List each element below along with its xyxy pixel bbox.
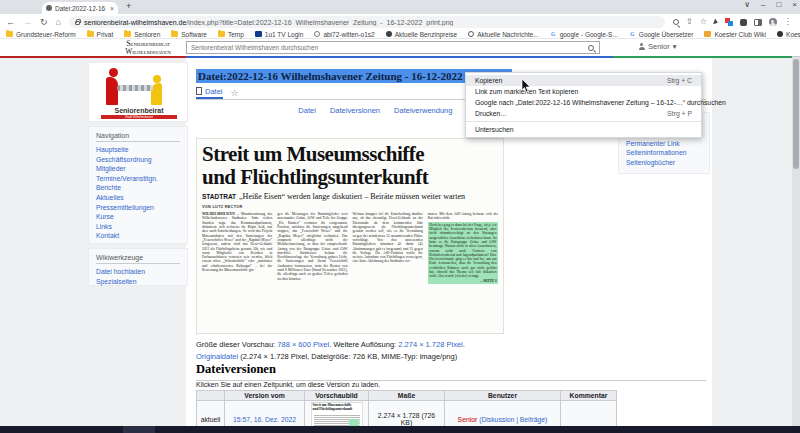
user-talk-contribs-links[interactable]: (Diskussion | Beiträge) <box>479 416 547 423</box>
sidebar-item-kontakt[interactable]: Kontakt <box>96 231 180 241</box>
user-menu[interactable]: Senior ▾ <box>638 42 676 51</box>
menu-item-google-suche[interactable]: Google nach „Datei:2022-12-16 Wilhelmsha… <box>466 97 701 108</box>
tool-permanenter-link[interactable]: Permanenter Link <box>626 139 702 149</box>
sidebar-item-berichte[interactable]: Berichte <box>96 183 180 193</box>
logo-figure-red-head <box>109 68 118 77</box>
article-byline: VON LUTZ RECTOR <box>202 205 498 209</box>
tab-close-icon[interactable]: × <box>110 5 114 12</box>
sidebar-tools-heading: Wikiwerkzeuge <box>96 254 180 264</box>
page-scrollbar[interactable] <box>792 57 800 426</box>
preview-size-caption: Größe dieser Vorschau: 788 × 600 Pixel. … <box>196 340 596 349</box>
sidebar-item-aktuelles[interactable]: Aktuelles <box>96 193 180 203</box>
sidebar-item-datei-hochladen[interactable]: Datei hochladen <box>96 267 180 277</box>
anchor-dateiversionen[interactable]: Dateiversionen <box>330 106 380 115</box>
browser-tab[interactable]: Datei:2022-12-16 Wilhelmshaven × <box>42 2 118 14</box>
url-path: /index.php?title=Datei:2022-12-16_Wilhel… <box>186 19 453 26</box>
bookmark-link[interactable]: 1u1 TV Login <box>255 31 304 38</box>
extension-pointer-icon[interactable] <box>713 18 719 25</box>
full-size-link[interactable]: 2.274 × 1.728 Pixel <box>398 340 462 349</box>
sidebar-wikitools: Wikiwerkzeuge Datei hochladen Spezialsei… <box>88 248 188 286</box>
original-file-link[interactable]: Originaldatei <box>196 352 238 361</box>
bookmark-link[interactable]: abi72-witten-o1s2 <box>314 31 374 38</box>
new-tab-button[interactable]: + <box>126 1 131 11</box>
address-bar: ← → ↻ ⌂ seniorenbeirat-wilhelmshaven.de/… <box>0 14 800 30</box>
bookmark-link[interactable]: Aktuelle Benzinpreise <box>386 31 458 38</box>
window-maximize-button[interactable]: □ <box>776 0 781 9</box>
home-icon[interactable]: ⌂ <box>56 18 61 27</box>
scrollbar-thumb[interactable] <box>793 59 799 169</box>
bookmark-link[interactable]: Ggoogle - Google-S... <box>550 31 618 38</box>
tool-seiteninformationen[interactable]: Seiteninformationen <box>626 148 702 158</box>
sidebar-item-links[interactable]: Links <box>96 222 180 232</box>
bookmark-folder[interactable]: Privat <box>87 31 114 38</box>
article-columns: WILHELMSHAVEN – Marathonsitzung des Wilh… <box>202 212 498 328</box>
bookmark-link[interactable]: Koester Club – Wor... <box>777 31 800 38</box>
sidebar-item-kurse[interactable]: Kurse <box>96 212 180 222</box>
profile-avatar[interactable] <box>769 18 777 26</box>
folder-icon <box>124 31 131 37</box>
google-icon: G <box>629 31 636 37</box>
window-close-button[interactable]: × <box>792 0 797 9</box>
site-name[interactable]: Seniorenbeirat Wilhelmshaven <box>108 40 188 57</box>
extension-redblue-icon[interactable] <box>725 18 733 26</box>
sidebar-item-pressemitteilungen[interactable]: Pressemitteilungen <box>96 203 180 213</box>
windows-taskbar[interactable] <box>0 426 800 433</box>
search-icon[interactable] <box>673 19 679 25</box>
globe-icon <box>314 31 320 37</box>
article-column-4: muten. Mit dem AfD-Antrag befasste sich … <box>428 212 498 328</box>
forward-icon[interactable]: → <box>23 18 32 27</box>
wiki-search-input[interactable] <box>187 44 588 51</box>
menu-separator <box>466 121 701 122</box>
menu-item-kopieren[interactable]: Kopieren Strg + C <box>466 75 701 86</box>
bookmark-folder[interactable]: Senioren <box>124 31 160 38</box>
site-icon <box>704 31 711 37</box>
user-page-link[interactable]: Senior <box>458 416 478 423</box>
versions-hint: Klicken Sie auf einen Zeitpunkt, um dies… <box>196 381 596 388</box>
sidebar-item-mitglieder[interactable]: Mitglieder <box>96 164 180 174</box>
taskbar-active-app[interactable] <box>123 426 155 433</box>
side-panel-icon[interactable] <box>754 19 762 26</box>
context-menu: Kopieren Strg + C Link zum markierten Te… <box>465 72 702 138</box>
back-icon[interactable]: ← <box>6 18 15 27</box>
anchor-datei[interactable]: Datei <box>298 106 316 115</box>
bookmark-folder[interactable]: Temp <box>218 31 244 38</box>
anchor-dateiverwendung[interactable]: Dateiverwendung <box>394 106 452 115</box>
sidebar-item-termine[interactable]: Termine/Veranstltgn. <box>96 174 180 184</box>
wiki-search-box[interactable] <box>186 41 600 54</box>
bookmark-link[interactable]: Koester Club Wiki <box>704 31 766 38</box>
menu-item-drucken[interactable]: Drucken… Strg + P <box>466 108 701 119</box>
site-logo[interactable]: Seniorenbeirat Stadt Wilhelmshaven <box>88 62 188 122</box>
folder-icon <box>87 31 94 37</box>
reload-icon[interactable]: ↻ <box>40 18 48 27</box>
tool-seitenlogbuecher[interactable]: Seitenlogbücher <box>626 158 702 168</box>
extension-dark-icon[interactable] <box>740 19 747 26</box>
bookmark-link[interactable]: Aktuelle Nachrichte... <box>468 31 538 38</box>
menu-item-link-kopieren[interactable]: Link zum markierten Text kopieren <box>466 86 701 97</box>
tab-datei[interactable]: Datei <box>196 87 223 99</box>
watch-star-icon[interactable]: ☆ <box>231 88 239 98</box>
menu-item-untersuchen[interactable]: Untersuchen <box>466 124 701 135</box>
share-icon[interactable]: ⇧ <box>686 18 693 26</box>
search-icon[interactable] <box>588 45 594 51</box>
user-icon <box>638 43 645 50</box>
file-preview-image[interactable]: Streit um Museumsschiffe und Flüchtlings… <box>196 138 504 334</box>
wiki-header: Seniorenbeirat Wilhelmshaven Senior ▾ <box>0 39 800 56</box>
sidebar-item-geschaeftsordnung[interactable]: Geschäftsordnung <box>96 155 180 165</box>
bookmark-star-icon[interactable]: ☆ <box>700 18 707 26</box>
folder-icon <box>6 31 13 37</box>
bookmark-folder[interactable]: Grundsteuer-Reform <box>6 31 76 38</box>
tab-search-icon[interactable]: ∨ <box>744 0 750 9</box>
sidebar-item-hauptseite[interactable]: Hauptseite <box>96 145 180 155</box>
file-anchor-links: Datei Dateiversionen Dateiverwendung Met… <box>196 106 502 115</box>
article-headline-line1: Streit um Museumsschiffe <box>202 143 498 166</box>
sidebar-item-spezialseiten[interactable]: Spezialseiten <box>96 277 180 287</box>
window-minimize-button[interactable]: – <box>761 0 765 9</box>
menu-dots-icon[interactable]: ⋮ <box>784 18 792 26</box>
bookmark-folder[interactable]: Software <box>171 31 207 38</box>
logo-figure-yellow-head <box>153 75 161 83</box>
url-field[interactable]: seniorenbeirat-wilhelmshaven.de/index.ph… <box>69 16 665 28</box>
tab-title: Datei:2022-12-16 Wilhelmshaven <box>55 5 107 12</box>
preview-size-link[interactable]: 788 × 600 Pixel <box>277 340 329 349</box>
bookmark-link[interactable]: GGoogle Übersetzer <box>629 31 694 38</box>
article-column-2: gen die Meinungen der Ratsmitglieder wei… <box>277 212 347 328</box>
